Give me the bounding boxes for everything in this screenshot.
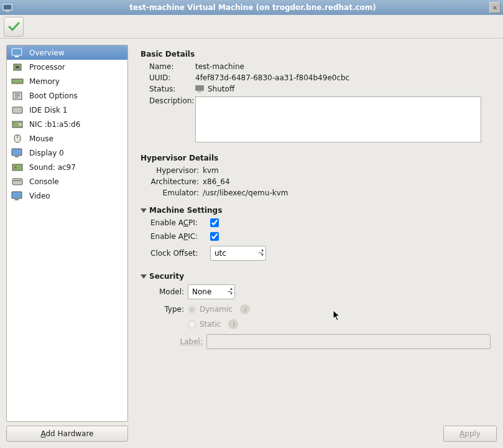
mouse-icon <box>11 134 24 144</box>
hypervisor-details-title: Hypervisor Details <box>141 154 491 162</box>
sidebar-item-label: Console <box>29 177 59 186</box>
basic-details-title: Basic Details <box>141 50 491 58</box>
clock-offset-select-wrap: utc ▴▾ <box>210 246 266 261</box>
sidebar-item-label: NIC :b1:a5:d6 <box>29 120 80 129</box>
machine-settings-expander[interactable]: Machine Settings <box>141 206 491 215</box>
svg-rect-1 <box>6 11 9 12</box>
sound-icon <box>11 162 24 172</box>
sidebar-item-label: Overview <box>29 49 65 57</box>
memory-icon <box>11 77 24 86</box>
window-title: test-machine Virtual Machine (on trogdor… <box>16 3 489 12</box>
sidebar-item-mouse[interactable]: Mouse <box>7 131 127 146</box>
acpi-checkbox[interactable] <box>210 218 219 227</box>
display-icon <box>11 148 24 158</box>
svg-rect-22 <box>195 85 204 91</box>
sidebar-item-label: Display 0 <box>29 149 64 157</box>
name-label: Name: <box>141 62 195 71</box>
sidebar-item-memory[interactable]: Memory <box>7 74 127 88</box>
sidebar-item-label: IDE Disk 1 <box>29 106 67 114</box>
svg-rect-23 <box>198 91 201 92</box>
disk-icon <box>11 105 24 115</box>
titlebar: test-machine Virtual Machine (on trogdor… <box>0 0 503 15</box>
svg-rect-21 <box>15 199 19 200</box>
status-value: Shutoff <box>195 85 491 94</box>
svg-point-17 <box>18 166 21 169</box>
acpi-label: Enable ACPI: <box>150 218 210 227</box>
security-model-label: Model: <box>150 287 188 296</box>
toolbar <box>0 15 503 39</box>
apic-checkbox[interactable] <box>210 232 219 241</box>
checkmark-icon <box>7 20 21 34</box>
security-expander[interactable]: Security <box>141 272 491 281</box>
sidebar-container: OverviewProcessorMemoryBoot OptionsIDE D… <box>6 45 128 442</box>
spin-icon: ▴▾ <box>261 248 264 258</box>
apply-label: Apply <box>459 429 481 438</box>
svg-rect-13 <box>12 149 22 156</box>
sidebar-item-overview[interactable]: Overview <box>7 45 127 60</box>
sidebar-item-processor[interactable]: Processor <box>7 60 127 74</box>
apic-label: Enable APIC: <box>150 232 210 241</box>
hypervisor-value: kvm <box>203 166 491 175</box>
security-label-label: Label: <box>150 337 206 346</box>
security-type-label: Type: <box>150 305 188 314</box>
apply-button[interactable]: Apply <box>443 426 497 442</box>
add-hardware-button[interactable]: Add Hardware <box>6 426 128 442</box>
chevron-down-icon <box>141 208 147 213</box>
sidebar-item-ide-disk-1[interactable]: IDE Disk 1 <box>7 103 127 117</box>
sidebar-item-label: Mouse <box>29 134 53 143</box>
emulator-value: /usr/libexec/qemu-kvm <box>203 189 491 197</box>
uuid-label: UUID: <box>141 73 195 82</box>
svg-point-9 <box>19 110 21 111</box>
svg-rect-8 <box>12 107 22 113</box>
description-input[interactable] <box>195 96 481 142</box>
sidebar-item-boot-options[interactable]: Boot Options <box>7 88 127 103</box>
sidebar-item-sound-ac97[interactable]: Sound: ac97 <box>7 160 127 174</box>
console-icon <box>11 177 24 187</box>
sidebar[interactable]: OverviewProcessorMemoryBoot OptionsIDE D… <box>6 45 128 422</box>
svg-rect-6 <box>12 79 23 83</box>
content: OverviewProcessorMemoryBoot OptionsIDE D… <box>0 39 503 448</box>
cpu-icon <box>11 62 24 72</box>
architecture-value: x86_64 <box>203 177 491 186</box>
svg-rect-14 <box>15 156 19 157</box>
main-panel: Basic Details Name:test-machine UUID:4fe… <box>128 45 497 442</box>
security-label-input <box>206 334 491 349</box>
sidebar-item-display-0[interactable]: Display 0 <box>7 146 127 160</box>
svg-rect-2 <box>12 49 22 55</box>
apply-toolbar-button[interactable] <box>4 17 24 37</box>
emulator-label: Emulator: <box>141 189 203 197</box>
security-static-row: Static i <box>188 319 238 329</box>
name-value: test-machine <box>195 62 491 71</box>
info-icon: i <box>228 319 238 329</box>
monitor-icon <box>11 48 24 58</box>
clock-offset-label: Clock Offset: <box>150 249 210 258</box>
sidebar-item-console[interactable]: Console <box>7 174 127 189</box>
sidebar-item-video[interactable]: Video <box>7 189 127 203</box>
sidebar-item-label: Sound: ac97 <box>29 163 76 172</box>
dynamic-radio <box>188 306 196 314</box>
close-button[interactable]: ✕ <box>489 2 501 13</box>
video-icon <box>11 191 24 201</box>
chevron-down-icon <box>141 274 147 279</box>
info-icon: i <box>240 304 250 314</box>
svg-rect-11 <box>19 123 22 126</box>
static-label: Static <box>200 320 221 329</box>
sidebar-item-nic-b1-a5-d6[interactable]: NIC :b1:a5:d6 <box>7 117 127 131</box>
architecture-label: Architecture: <box>141 177 203 186</box>
static-radio <box>188 320 196 329</box>
security-model-select[interactable]: None <box>188 284 235 299</box>
svg-point-16 <box>14 166 17 169</box>
window-icon <box>2 2 12 12</box>
status-icon <box>195 85 205 94</box>
uuid-value: 4fef873d-6487-6830-aa31-f804b49e0cbc <box>195 73 491 82</box>
hypervisor-label: Hypervisor: <box>141 166 203 175</box>
svg-rect-18 <box>12 179 22 185</box>
security-dynamic-row: Dynamic i <box>188 304 250 314</box>
clock-offset-select[interactable]: utc <box>210 246 266 261</box>
svg-rect-19 <box>14 180 21 181</box>
sidebar-item-label: Memory <box>29 77 60 86</box>
nic-icon <box>11 119 24 129</box>
svg-rect-3 <box>15 56 19 57</box>
svg-rect-20 <box>12 192 22 198</box>
add-hardware-label: Add Hardware <box>41 429 94 438</box>
